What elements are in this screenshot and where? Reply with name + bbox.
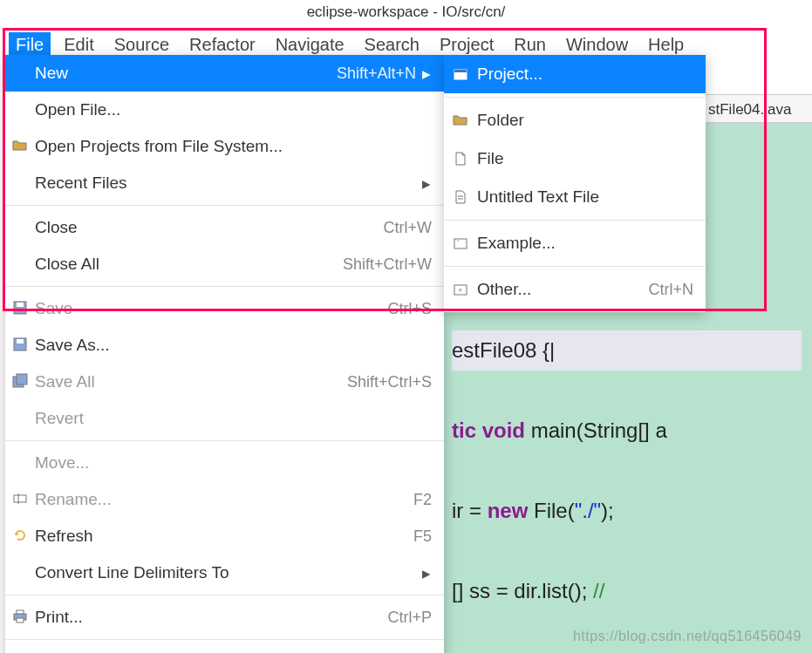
blank-icon	[12, 410, 30, 427]
code-line	[452, 459, 458, 482]
file-menu-item-import[interactable]: Import...	[5, 643, 444, 653]
menu-item-label: Untitled Text File	[477, 187, 693, 207]
file-menu-item-close[interactable]: CloseCtrl+W	[5, 209, 444, 246]
svg-text:+: +	[458, 286, 462, 295]
file-menu-item-close-all[interactable]: Close AllShift+Ctrl+W	[5, 246, 444, 282]
file-menu-item-save-all: Save AllShift+Ctrl+S	[5, 364, 444, 400]
new-submenu: Project...FolderFileUntitled Text FileEx…	[444, 55, 706, 312]
menu-separator	[444, 266, 706, 267]
menu-item-label: New	[35, 64, 337, 83]
submenu-arrow-icon: ▸	[421, 563, 432, 583]
file-menu-item-rename: Rename...F2	[5, 481, 444, 518]
code-line	[452, 619, 458, 643]
menu-item-label: Refresh	[35, 527, 413, 546]
menu-item-label: File	[477, 149, 693, 168]
file-menu-item-save-as[interactable]: Save As...	[5, 327, 444, 364]
svg-rect-10	[17, 618, 24, 622]
code-line	[452, 378, 458, 402]
file-icon	[453, 151, 468, 167]
new-menu-item-untitled-text-file[interactable]: Untitled Text File	[444, 178, 706, 216]
menu-item-label: Folder	[477, 111, 693, 130]
file-menu-item-save: SaveCtrl+S	[5, 290, 444, 327]
blank-icon	[12, 101, 30, 119]
folder-icon	[12, 138, 30, 155]
other-icon: +	[453, 282, 468, 297]
file-menu-item-move: Move...	[5, 445, 444, 481]
svg-rect-16	[454, 239, 467, 248]
disk-icon	[12, 300, 30, 317]
editor-tab-strip: stFile04.java	[704, 94, 812, 123]
submenu-arrow-icon: ▸	[421, 173, 432, 194]
menu-separator	[5, 205, 444, 206]
code-line: tic void main(String[] a	[452, 418, 667, 442]
menu-item-shortcut: Shift+Alt+N	[337, 65, 416, 83]
disks-icon	[12, 373, 30, 391]
blank-icon	[12, 255, 30, 273]
menu-item-label: Convert Line Delimiters To	[35, 563, 416, 582]
svg-rect-1	[17, 303, 24, 307]
new-menu-item-other[interactable]: +Other...Ctrl+N	[444, 270, 706, 309]
file-menu-item-revert: Revert	[5, 400, 444, 437]
menu-item-label: Save All	[35, 372, 347, 391]
new-menu-item-project[interactable]: Project...	[444, 55, 706, 93]
file-menu-item-print[interactable]: Print...Ctrl+P	[5, 599, 444, 636]
menu-item-label: Open File...	[35, 100, 432, 119]
menu-item-label: Print...	[35, 608, 387, 627]
file-menu-item-recent-files[interactable]: Recent Files▸	[5, 165, 444, 201]
file-menu-item-open-file[interactable]: Open File...	[5, 92, 444, 128]
menu-separator	[5, 639, 444, 640]
file-menu: NewShift+Alt+N▸Open File...Open Projects…	[5, 55, 444, 653]
menu-item-label: Save As...	[35, 336, 432, 355]
project-icon	[453, 66, 468, 82]
file-menu-item-convert-line-delimiters-to[interactable]: Convert Line Delimiters To▸	[5, 554, 444, 591]
menu-item-shortcut: Ctrl+P	[387, 609, 432, 627]
menu-item-label: Close All	[35, 255, 343, 274]
new-menu-item-folder[interactable]: Folder	[444, 101, 706, 139]
editor-tab[interactable]: stFile04.java	[708, 101, 791, 118]
menu-item-label: Rename...	[35, 490, 413, 509]
menu-item-shortcut: Ctrl+S	[387, 300, 432, 318]
blank-icon	[12, 65, 30, 82]
blank-icon	[12, 174, 30, 192]
menu-separator	[5, 286, 444, 287]
menu-item-label: Example...	[477, 234, 693, 253]
text-icon	[453, 189, 468, 205]
code-line: ir = new File("./");	[452, 499, 614, 522]
menu-separator	[5, 440, 444, 441]
submenu-arrow-icon: ▸	[421, 64, 432, 84]
menu-item-shortcut: Shift+Ctrl+S	[347, 373, 432, 391]
menu-item-label: Recent Files	[35, 173, 416, 193]
menu-item-label: Open Projects from File System...	[35, 137, 432, 156]
menu-item-label: Move...	[35, 453, 432, 473]
menu-separator	[444, 97, 706, 98]
blank-icon	[12, 219, 30, 236]
window-title: eclipse-workspace - IO/src/cn/	[307, 3, 506, 20]
file-menu-item-new[interactable]: NewShift+Alt+N▸	[5, 55, 444, 92]
svg-rect-9	[17, 610, 24, 614]
file-menu-item-open-projects-from-file-system[interactable]: Open Projects from File System...	[5, 128, 444, 165]
menu-item-label: Close	[35, 218, 384, 237]
example-icon	[453, 235, 468, 251]
menu-item-shortcut: Shift+Ctrl+W	[343, 255, 432, 274]
print-icon	[12, 609, 30, 626]
blank-icon	[12, 564, 30, 582]
svg-point-17	[457, 240, 459, 241]
menu-item-shortcut: F2	[413, 491, 432, 509]
menu-item-label: Other...	[477, 280, 648, 299]
code-line	[452, 539, 458, 562]
file-menu-item-refresh[interactable]: RefreshF5	[5, 518, 444, 554]
svg-rect-5	[17, 374, 27, 384]
menu-item-shortcut: Ctrl+N	[648, 281, 693, 299]
code-line-current: estFile08 {|	[452, 330, 802, 371]
menu-item-shortcut: Ctrl+W	[384, 219, 433, 237]
menu-item-label: Revert	[35, 409, 432, 428]
disk-icon	[12, 337, 30, 354]
svg-rect-13	[454, 70, 467, 72]
new-menu-item-example[interactable]: Example...	[444, 224, 706, 262]
code-line: [] ss = dir.list(); //	[452, 579, 611, 602]
menu-item-shortcut: F5	[413, 527, 432, 546]
refresh-icon	[12, 527, 30, 545]
menu-separator	[444, 220, 706, 221]
new-menu-item-file[interactable]: File	[444, 139, 706, 178]
menu-separator	[5, 595, 444, 595]
